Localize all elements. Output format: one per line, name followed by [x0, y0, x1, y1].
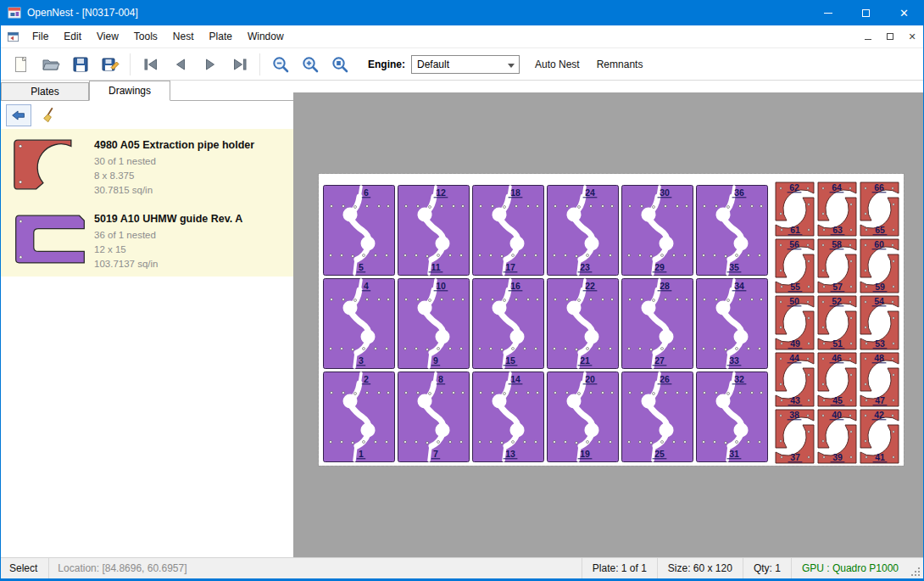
toolbar-separator [259, 53, 260, 75]
red-part-pair[interactable]: 5655 [776, 239, 814, 293]
svg-text:34: 34 [734, 281, 744, 291]
svg-text:16: 16 [510, 281, 520, 291]
purple-part-pair[interactable]: 87 [398, 372, 470, 462]
purple-part-pair[interactable]: 65 [324, 186, 395, 276]
purple-part-pair[interactable]: 43 [324, 279, 395, 369]
red-part-pair[interactable]: 4241 [860, 410, 899, 463]
svg-text:10: 10 [436, 281, 446, 291]
purple-part-pair[interactable]: 3231 [697, 372, 768, 462]
previous-arrow-icon [170, 54, 191, 75]
zoom-extents-button[interactable] [325, 51, 354, 78]
red-part-pair[interactable]: 5049 [776, 296, 814, 349]
drawing-title: 4980 A05 Extraction pipe holder [94, 139, 254, 151]
purple-part-pair[interactable]: 3635 [697, 186, 768, 276]
svg-text:26: 26 [660, 374, 670, 384]
broom-icon [41, 106, 59, 125]
purple-part-pair[interactable]: 109 [398, 279, 470, 369]
red-part-pair[interactable]: 5251 [818, 296, 856, 349]
red-part-pair[interactable]: 6665 [860, 182, 899, 236]
purple-part-pair[interactable]: 1211 [398, 186, 470, 276]
drawing-nested-count: 36 of 1 nested [94, 228, 242, 243]
red-part-pair[interactable]: 4645 [818, 353, 856, 406]
next-plate-button[interactable] [195, 51, 225, 78]
open-button[interactable] [36, 51, 65, 78]
purple-part-pair[interactable]: 2019 [548, 372, 619, 462]
svg-text:41: 41 [875, 452, 885, 462]
purple-part-thumbnail-icon [9, 209, 91, 271]
svg-text:39: 39 [832, 452, 843, 462]
plate[interactable]: 6512111817242330293635431091615222128273… [319, 174, 904, 466]
red-part-pair[interactable]: 4847 [860, 353, 899, 406]
mdi-restore-button[interactable] [879, 27, 901, 46]
svg-text:2: 2 [364, 374, 369, 384]
red-part-pair[interactable]: 5857 [818, 239, 856, 293]
engine-combobox[interactable]: Default [411, 55, 520, 74]
menu-edit[interactable]: Edit [56, 26, 89, 47]
minimize-button[interactable] [809, 0, 847, 25]
purple-part-pair[interactable]: 2423 [548, 186, 619, 276]
red-part-pair[interactable]: 4039 [818, 410, 856, 463]
import-drawings-button[interactable] [6, 104, 31, 126]
save-button[interactable] [65, 51, 95, 78]
last-plate-button[interactable] [225, 51, 254, 78]
menu-plate[interactable]: Plate [202, 26, 240, 47]
maximize-button[interactable] [847, 0, 885, 25]
svg-text:12: 12 [436, 187, 446, 198]
combo-dropdown-icon [508, 64, 515, 68]
previous-plate-button[interactable] [165, 51, 195, 78]
menu-nest[interactable]: Nest [165, 26, 202, 47]
svg-text:60: 60 [874, 239, 884, 249]
purple-part-pair[interactable]: 2827 [622, 279, 693, 369]
engine-value: Default [417, 59, 449, 70]
drawing-list: 4980 A05 Extraction pipe holder 30 of 1 … [1, 129, 293, 557]
red-part-pair[interactable]: 6463 [818, 182, 856, 236]
nest-svg[interactable]: 6512111817242330293635431091615222128273… [319, 174, 904, 466]
svg-text:48: 48 [874, 353, 884, 363]
purple-part-pair[interactable]: 2221 [548, 279, 619, 369]
purple-part-pair[interactable]: 3029 [622, 186, 693, 276]
red-part-pair[interactable]: 5453 [860, 296, 899, 349]
red-part-pair[interactable]: 4443 [776, 353, 814, 406]
svg-text:19: 19 [580, 449, 590, 459]
drawing-item-uhmw-guide[interactable]: 5019 A10 UHMW guide Rev. A 36 of 1 neste… [1, 203, 293, 277]
first-plate-button[interactable] [136, 51, 165, 78]
menu-window[interactable]: Window [240, 26, 292, 47]
purple-part-pair[interactable]: 1413 [473, 372, 544, 462]
resize-grip[interactable] [909, 558, 923, 579]
menu-tools[interactable]: Tools [126, 26, 165, 47]
purple-part-pair[interactable]: 1615 [473, 279, 544, 369]
menu-view[interactable]: View [89, 26, 126, 47]
panel-tabs: Plates Drawings [1, 81, 293, 101]
main-toolbar: Engine: Default Auto Nest Remnants [1, 48, 923, 81]
purple-part-pair[interactable]: 2625 [622, 372, 693, 462]
zoom-in-button[interactable] [295, 51, 325, 78]
nest-canvas[interactable]: 6512111817242330293635431091615222128273… [293, 81, 923, 557]
svg-text:6: 6 [364, 187, 369, 198]
tab-drawings[interactable]: Drawings [89, 81, 170, 101]
clear-drawings-button[interactable] [37, 104, 63, 126]
purple-part-pair[interactable]: 3433 [697, 279, 768, 369]
mdi-close-button[interactable]: ✕ [901, 27, 923, 46]
red-part-pair[interactable]: 6261 [776, 182, 814, 236]
red-part-pair[interactable]: 3837 [776, 410, 814, 463]
svg-text:40: 40 [832, 410, 842, 420]
svg-text:66: 66 [874, 182, 884, 193]
new-document-button[interactable] [6, 51, 36, 78]
remnants-button[interactable]: Remnants [588, 52, 652, 77]
left-panel: Plates Drawings [1, 81, 293, 557]
purple-part-pair[interactable]: 21 [324, 372, 395, 462]
auto-nest-button[interactable]: Auto Nest [526, 52, 588, 77]
svg-text:65: 65 [875, 225, 885, 235]
menu-file[interactable]: File [25, 26, 56, 47]
svg-text:49: 49 [790, 338, 800, 349]
drawing-info: 4980 A05 Extraction pipe holder 30 of 1 … [94, 136, 254, 198]
tab-plates[interactable]: Plates [1, 82, 89, 100]
zoom-out-button[interactable] [265, 51, 295, 78]
drawing-area: 30.7815 sq/in [94, 183, 254, 198]
close-button[interactable]: ✕ [885, 0, 923, 25]
save-as-button[interactable] [95, 51, 125, 78]
mdi-minimize-button[interactable] [857, 27, 879, 46]
red-part-pair[interactable]: 6059 [860, 239, 899, 293]
purple-part-pair[interactable]: 1817 [473, 186, 544, 276]
drawing-item-extraction-pipe-holder[interactable]: 4980 A05 Extraction pipe holder 30 of 1 … [1, 129, 293, 203]
